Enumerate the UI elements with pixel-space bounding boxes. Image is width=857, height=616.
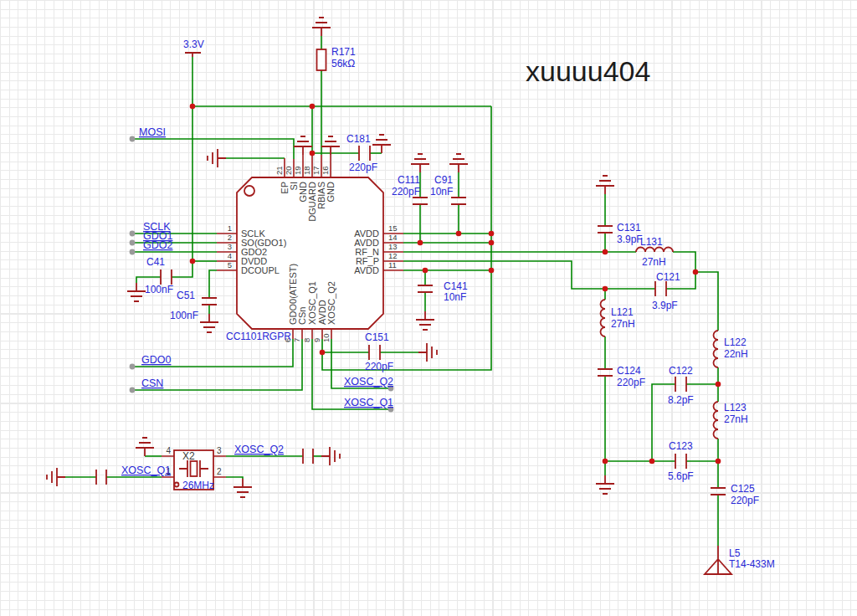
ref: L5 xyxy=(729,547,741,559)
ground-icon xyxy=(312,18,331,36)
power-label: 3.3V xyxy=(183,38,204,50)
port-label-gdo0: GDO0 xyxy=(141,354,171,366)
ground-icon xyxy=(127,283,146,301)
ref: C141 xyxy=(444,280,468,292)
value: 27nH xyxy=(611,318,635,330)
schematic-canvas: 3.3V 1 2 3 4 5 SCLK SO(GDO1) GDO2 DVDD D… xyxy=(0,0,857,616)
ground-icon xyxy=(449,154,468,172)
ref: L121 xyxy=(611,306,634,318)
pin-number: 4 xyxy=(228,251,232,260)
pin-number: 21 xyxy=(275,166,284,175)
crystal-x2[interactable]: X2 26MHz 4 3 1 2 xyxy=(162,446,226,491)
port-label-xosc-q1: XOSC_Q1 xyxy=(344,397,393,408)
ref: C122 xyxy=(669,365,693,377)
value: 220pF xyxy=(392,186,420,198)
ref: C181 xyxy=(346,133,371,145)
pin-number: 3 xyxy=(228,242,232,251)
ground-icon xyxy=(372,135,391,153)
net-label-xosc-q1: XOSC_Q1 xyxy=(121,465,171,476)
value: 27nH xyxy=(642,256,666,268)
pin-name: XOSC_Q1 xyxy=(307,281,317,325)
value: 56kΩ xyxy=(331,58,355,69)
pin-number: 13 xyxy=(388,242,398,251)
sheet-title[interactable]: xuuuu404 xyxy=(526,55,650,87)
inductor-l123[interactable]: L123 27nH xyxy=(714,402,748,439)
capacitor-c91[interactable]: C91 10nF xyxy=(430,174,466,204)
ref: L122 xyxy=(724,336,747,348)
capacitor-c111[interactable]: C111 220pF xyxy=(392,174,428,204)
pin-number: 17 xyxy=(311,166,321,175)
pin-name: XOSC_Q2 xyxy=(326,281,336,325)
value: 10nF xyxy=(444,291,466,303)
ref: X2 xyxy=(182,450,195,462)
ground-icon xyxy=(294,136,312,155)
ground-icon xyxy=(208,149,226,167)
value: 22nH xyxy=(724,348,748,360)
value: 220pF xyxy=(617,377,645,388)
value: 100nF xyxy=(145,284,173,295)
value: 220pF xyxy=(365,361,393,372)
capacitor-c121[interactable]: C121 3.9pF xyxy=(652,271,680,311)
ic-refdes: CC1101RGPR xyxy=(226,331,291,342)
net-label-xosc-q2: XOSC_Q2 xyxy=(234,444,284,455)
pin-name: DCOUPL xyxy=(241,265,280,275)
pin-number: 7 xyxy=(292,338,301,342)
pin-number: 20 xyxy=(284,166,293,175)
pin-number: 1 xyxy=(228,223,232,233)
capacitor-c101[interactable] xyxy=(303,449,313,464)
ref: C121 xyxy=(656,271,680,283)
ref: C123 xyxy=(669,440,693,452)
ground-icon xyxy=(416,311,434,330)
value: T14-433M xyxy=(729,558,775,570)
ref: L123 xyxy=(724,402,747,413)
ref: C151 xyxy=(365,331,389,343)
capacitor-c131[interactable]: C131 3.9pF xyxy=(598,222,643,245)
ground-icon xyxy=(596,475,614,494)
ref: C91 xyxy=(434,174,453,186)
ref: C51 xyxy=(177,290,195,301)
pin-number: 15 xyxy=(388,223,398,233)
capacitor-c122[interactable]: C122 8.2pF xyxy=(668,365,694,406)
pin-number: 2 xyxy=(228,233,232,242)
value: 27nH xyxy=(724,413,748,425)
ground-icon xyxy=(411,154,429,172)
inductor-l122[interactable]: L122 22nH xyxy=(714,331,748,367)
capacitor-c41[interactable]: C41 100nF xyxy=(145,256,173,295)
pin-number: 11 xyxy=(388,260,397,270)
value: 3.9pF xyxy=(617,234,643,245)
ground-icon xyxy=(418,343,437,362)
ref: C125 xyxy=(731,483,755,495)
ground-icon xyxy=(596,176,614,194)
ground-icon xyxy=(136,438,154,456)
antenna-l5[interactable]: L5 T14-433M xyxy=(705,546,775,574)
pin-number: 16 xyxy=(321,166,330,175)
pin-name: AVDD xyxy=(354,265,379,275)
ref: C124 xyxy=(617,365,641,377)
pin-number: 19 xyxy=(293,166,302,175)
ground-icon xyxy=(233,479,252,497)
value: 100nF xyxy=(170,310,198,321)
inductor-l131[interactable]: L131 27nH xyxy=(636,236,673,268)
ground-icon xyxy=(321,136,340,155)
port-label-csn: CSN xyxy=(141,377,163,389)
power-flag-3v3[interactable]: 3.3V xyxy=(183,38,204,57)
pin-number: 2 xyxy=(217,467,222,476)
value: 5.6pF xyxy=(668,470,694,482)
value: 220pF xyxy=(731,495,759,506)
ref: C41 xyxy=(146,256,165,268)
pin-name: CSn xyxy=(297,307,307,325)
ground-icon xyxy=(200,314,218,332)
ic-cc1101[interactable]: 1 2 3 4 5 SCLK SO(GDO1) GDO2 DVDD DCOUPL… xyxy=(217,155,403,342)
pin-number: 3 xyxy=(217,446,222,455)
resistor-r171[interactable]: R171 56kΩ xyxy=(317,46,357,70)
ground-icon xyxy=(321,447,340,465)
pin-number: 8 xyxy=(302,338,311,342)
ref: L131 xyxy=(640,236,663,248)
capacitor-c81[interactable] xyxy=(96,470,106,485)
pin-number: 9 xyxy=(312,338,321,342)
pin-number: 4 xyxy=(166,446,171,455)
ground-icon xyxy=(47,468,65,486)
value: 3.9pF xyxy=(652,300,678,311)
ref: R171 xyxy=(331,46,356,58)
inductor-l121[interactable]: L121 27nH xyxy=(601,300,635,336)
